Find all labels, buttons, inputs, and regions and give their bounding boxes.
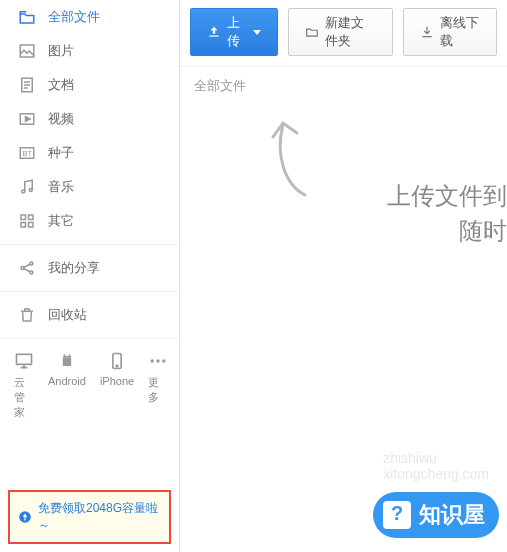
device-iphone[interactable]: iPhone bbox=[100, 351, 134, 420]
arrow-sketch-icon bbox=[255, 115, 325, 205]
android-icon bbox=[57, 351, 77, 371]
toolbar: 上传 新建文件夹 离线下载 bbox=[180, 0, 507, 67]
image-icon bbox=[18, 42, 36, 60]
svg-rect-15 bbox=[63, 358, 71, 366]
divider bbox=[0, 338, 179, 339]
sidebar-item-docs[interactable]: 文档 bbox=[0, 68, 179, 102]
sidebar-item-label: 我的分享 bbox=[48, 259, 100, 277]
cloud-folder-icon bbox=[18, 8, 36, 26]
sidebar-item-other[interactable]: 其它 bbox=[0, 204, 179, 238]
video-icon bbox=[18, 110, 36, 128]
svg-point-11 bbox=[21, 267, 24, 270]
svg-rect-8 bbox=[29, 215, 34, 220]
svg-point-16 bbox=[64, 354, 66, 356]
hint-text-2: 随时 bbox=[459, 215, 507, 247]
divider bbox=[0, 244, 179, 245]
sidebar-item-music[interactable]: 音乐 bbox=[0, 170, 179, 204]
sidebar-item-label: 全部文件 bbox=[48, 8, 100, 26]
svg-point-13 bbox=[30, 271, 33, 274]
svg-point-22 bbox=[162, 359, 165, 362]
brand-badge[interactable]: 知识屋 bbox=[373, 492, 499, 538]
brand-icon bbox=[383, 501, 411, 529]
chevron-down-icon bbox=[253, 30, 261, 35]
hint-text-1: 上传文件到 bbox=[387, 180, 507, 212]
trash-icon bbox=[18, 306, 36, 324]
offline-download-button[interactable]: 离线下载 bbox=[403, 8, 497, 56]
svg-point-20 bbox=[151, 359, 154, 362]
svg-point-12 bbox=[30, 262, 33, 265]
sidebar-item-label: 文档 bbox=[48, 76, 74, 94]
promo-text: 免费领取2048G容量啦～ bbox=[38, 500, 161, 534]
main-area: 上传 新建文件夹 离线下载 全部文件 上传文件到 bbox=[180, 0, 507, 552]
iphone-icon bbox=[107, 351, 127, 371]
device-android[interactable]: Android bbox=[48, 351, 86, 420]
download-icon bbox=[420, 25, 434, 39]
monitor-icon bbox=[14, 351, 34, 371]
svg-point-6 bbox=[29, 189, 32, 192]
sidebar-item-label: 视频 bbox=[48, 110, 74, 128]
other-icon bbox=[18, 212, 36, 230]
svg-rect-7 bbox=[21, 215, 26, 220]
info-icon bbox=[18, 510, 32, 524]
share-icon bbox=[18, 259, 36, 277]
sidebar-item-label: 图片 bbox=[48, 42, 74, 60]
sidebar-item-recycle[interactable]: 回收站 bbox=[0, 298, 179, 332]
svg-text:BT: BT bbox=[23, 149, 33, 158]
breadcrumb[interactable]: 全部文件 bbox=[180, 67, 507, 105]
content-area: 上传文件到 随时 zhishiwu xitongcheng.com 知识屋 bbox=[180, 105, 507, 552]
svg-point-5 bbox=[22, 190, 25, 193]
sidebar-item-label: 其它 bbox=[48, 212, 74, 230]
watermark: zhishiwu xitongcheng.com bbox=[383, 450, 489, 482]
promo-banner[interactable]: 免费领取2048G容量啦～ bbox=[8, 490, 171, 544]
sidebar-item-video[interactable]: 视频 bbox=[0, 102, 179, 136]
sidebar-item-label: 回收站 bbox=[48, 306, 87, 324]
svg-point-21 bbox=[157, 359, 160, 362]
bt-icon: BT bbox=[18, 144, 36, 162]
sidebar-item-images[interactable]: 图片 bbox=[0, 34, 179, 68]
folder-plus-icon bbox=[305, 25, 319, 39]
divider bbox=[0, 291, 179, 292]
sidebar: 全部文件 图片 文档 视频 bbox=[0, 0, 180, 552]
svg-rect-14 bbox=[17, 354, 32, 364]
sidebar-item-label: 种子 bbox=[48, 144, 74, 162]
sidebar-item-share[interactable]: 我的分享 bbox=[0, 251, 179, 285]
upload-icon bbox=[207, 25, 221, 39]
svg-rect-24 bbox=[209, 36, 218, 37]
device-cloud-manager[interactable]: 云管家 bbox=[14, 351, 34, 420]
new-folder-button[interactable]: 新建文件夹 bbox=[288, 8, 393, 56]
music-icon bbox=[18, 178, 36, 196]
sidebar-item-label: 音乐 bbox=[48, 178, 74, 196]
upload-button[interactable]: 上传 bbox=[190, 8, 278, 56]
device-more[interactable]: 更多 bbox=[148, 351, 168, 420]
sidebar-item-seeds[interactable]: BT 种子 bbox=[0, 136, 179, 170]
sidebar-item-all-files[interactable]: 全部文件 bbox=[0, 0, 179, 34]
svg-point-19 bbox=[116, 365, 118, 367]
svg-rect-10 bbox=[29, 223, 34, 228]
document-icon bbox=[18, 76, 36, 94]
svg-rect-9 bbox=[21, 223, 26, 228]
more-icon bbox=[148, 351, 168, 371]
svg-point-17 bbox=[69, 354, 71, 356]
